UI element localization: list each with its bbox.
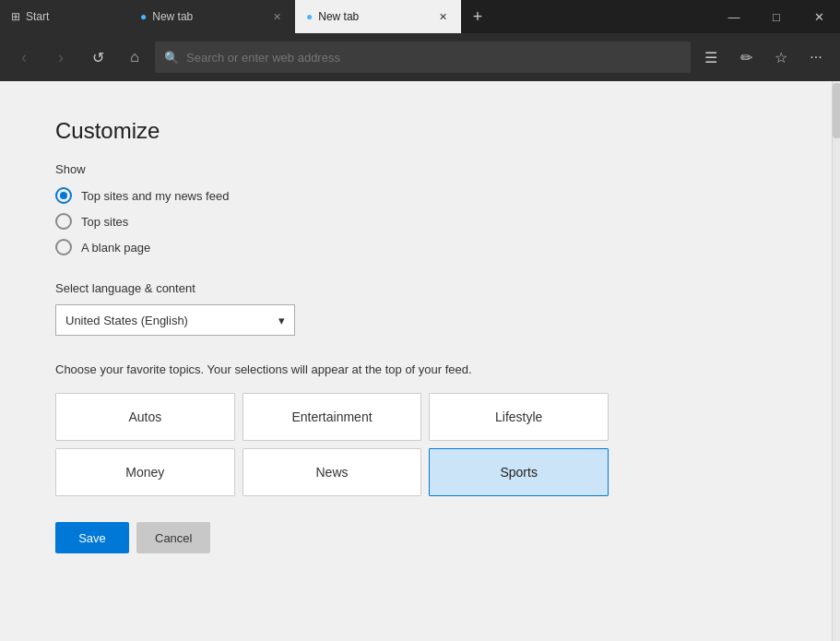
radio-label-1: Top sites and my news feed (81, 189, 229, 203)
page-title: Customize (55, 118, 776, 144)
refresh-icon: ↺ (92, 49, 104, 66)
titlebar: ⊞ Start ● New tab ✕ ● New tab ✕ + — □ ✕ (0, 0, 840, 33)
search-icon: 🔍 (164, 51, 179, 65)
notes-button[interactable]: ✏ (729, 41, 763, 74)
more-icon: ··· (810, 49, 822, 65)
page-content: Customize Show Top sites and my news fee… (0, 81, 832, 641)
chevron-down-icon: ▾ (278, 314, 285, 327)
scrollbar-thumb[interactable] (833, 83, 840, 138)
tab-newtab1-label: New tab (152, 10, 193, 23)
cancel-button[interactable]: Cancel (136, 522, 210, 553)
notes-icon: ✏ (740, 49, 752, 66)
toolbar-right: ☰ ✏ ☆ ··· (694, 41, 833, 74)
refresh-button[interactable]: ↺ (81, 41, 114, 74)
more-button[interactable]: ··· (799, 41, 833, 74)
topic-sports[interactable]: Sports (429, 448, 609, 496)
add-tab-button[interactable]: + (461, 0, 494, 33)
minimize-button[interactable]: — (713, 0, 755, 33)
topic-autos-label: Autos (128, 410, 161, 424)
topic-money-label: Money (125, 465, 164, 480)
language-select[interactable]: United States (English) ▾ (55, 304, 295, 336)
home-button[interactable]: ⌂ (118, 41, 151, 74)
topic-autos[interactable]: Autos (55, 393, 235, 441)
tab-newtab2[interactable]: ● New tab ✕ (295, 0, 461, 33)
radio-option-1[interactable]: Top sites and my news feed (55, 187, 776, 204)
radio-label-2: Top sites (81, 215, 128, 229)
action-buttons: Save Cancel (55, 522, 776, 553)
edge-icon-1: ● (140, 10, 147, 23)
topic-news-label: News (315, 465, 348, 480)
topic-entertainment[interactable]: Entertainment (243, 393, 422, 441)
close-button[interactable]: ✕ (798, 0, 840, 33)
language-label: Select language & content (55, 281, 776, 295)
tab-start[interactable]: ⊞ Start (0, 0, 129, 33)
save-label: Save (78, 531, 106, 545)
tab-newtab2-close[interactable]: ✕ (435, 9, 450, 24)
address-input[interactable] (186, 51, 681, 65)
show-label: Show (55, 162, 776, 176)
back-button[interactable]: ‹ (7, 41, 41, 74)
language-value: United States (English) (65, 314, 188, 327)
topic-sports-label: Sports (500, 465, 537, 480)
back-icon: ‹ (21, 48, 27, 67)
toolbar: ‹ › ↺ ⌂ 🔍 ☰ ✏ ☆ ··· (0, 33, 840, 81)
forward-button[interactable]: › (44, 41, 77, 74)
scrollbar-track[interactable] (832, 81, 840, 641)
hub-button[interactable]: ☰ (694, 41, 728, 74)
topics-grid: Autos Entertainment Lifestyle Money News… (55, 393, 609, 496)
tab-newtab2-label: New tab (318, 10, 359, 23)
radio-option-2[interactable]: Top sites (55, 213, 776, 230)
favorites-icon: ☆ (775, 49, 787, 66)
browser-body: Customize Show Top sites and my news fee… (0, 81, 840, 641)
radio-circle-1 (55, 187, 72, 204)
save-button[interactable]: Save (55, 522, 129, 553)
start-icon: ⊞ (11, 10, 20, 23)
topic-money[interactable]: Money (55, 448, 235, 496)
topic-lifestyle-label: Lifestyle (495, 410, 542, 424)
topic-lifestyle[interactable]: Lifestyle (429, 393, 609, 441)
radio-group: Top sites and my news feed Top sites A b… (55, 187, 776, 255)
topic-news[interactable]: News (243, 448, 422, 496)
hub-icon: ☰ (704, 49, 717, 66)
radio-circle-3 (55, 239, 72, 255)
radio-label-3: A blank page (81, 241, 150, 255)
home-icon: ⌂ (130, 49, 139, 65)
start-tab-label: Start (26, 10, 49, 23)
topic-entertainment-label: Entertainment (291, 410, 372, 424)
cancel-label: Cancel (155, 531, 192, 545)
forward-icon: › (58, 48, 64, 67)
radio-circle-2 (55, 213, 72, 230)
maximize-button[interactable]: □ (755, 0, 798, 33)
favorites-button[interactable]: ☆ (764, 41, 798, 74)
tab-newtab1[interactable]: ● New tab ✕ (129, 0, 295, 33)
window-controls: — □ ✕ (713, 0, 840, 33)
address-bar[interactable]: 🔍 (155, 42, 691, 73)
topics-label: Choose your favorite topics. Your select… (55, 362, 776, 378)
edge-icon-2: ● (306, 10, 313, 23)
tab-newtab1-close[interactable]: ✕ (269, 9, 284, 24)
radio-option-3[interactable]: A blank page (55, 239, 776, 255)
